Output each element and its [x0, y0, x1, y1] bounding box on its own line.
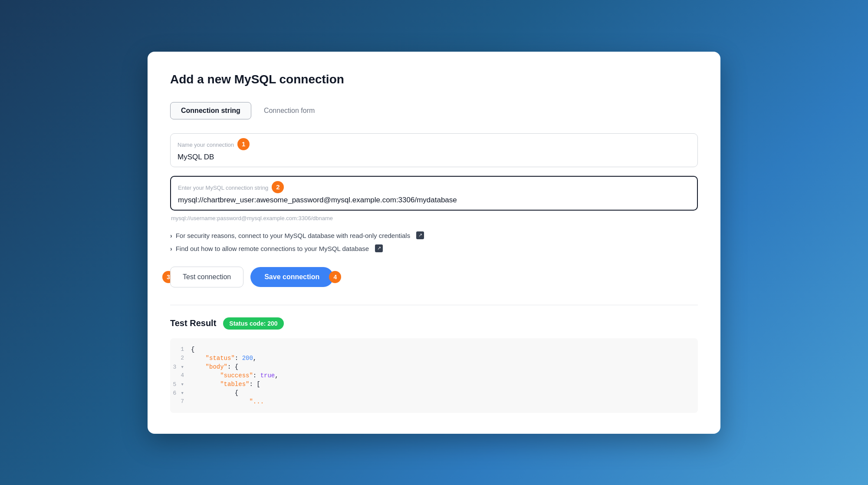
line-content-3: "body": {: [191, 363, 238, 370]
line-content-6: {: [191, 389, 238, 396]
code-line-5: 5 ▾ "tables": [: [170, 380, 698, 389]
main-modal: Add a new MySQL connection Connection st…: [148, 52, 720, 434]
code-line-4: 4 "success": true,: [170, 371, 698, 380]
conn-input-field[interactable]: [178, 196, 690, 205]
step-badge-1: 1: [237, 138, 250, 150]
code-block: 1 { 2 "status": 200, 3 ▾ "body": { 4 "su…: [170, 338, 698, 413]
code-line-3: 3 ▾ "body": {: [170, 363, 698, 371]
accordion-item-2[interactable]: › Find out how to allow remote connectio…: [170, 245, 698, 253]
step-badge-4: 4: [329, 271, 341, 283]
line-content-5: "tables": [: [191, 381, 260, 388]
conn-input-hint: mysql://username:password@mysql.example.…: [170, 215, 698, 221]
line-number-4: 4: [170, 372, 191, 379]
external-link-icon-2: [375, 244, 383, 252]
status-badge: Status code: 200: [223, 317, 283, 330]
line-number-5: 5 ▾: [170, 381, 191, 388]
tab-connection-form[interactable]: Connection form: [253, 102, 326, 119]
chevron-icon-1: ›: [170, 232, 172, 239]
line-content-1: {: [191, 346, 194, 353]
name-input-wrapper: Name your connection 1: [170, 133, 698, 167]
step-badge-2: 2: [272, 181, 284, 193]
chevron-icon-2: ›: [170, 245, 172, 252]
code-line-7: 7 "...: [170, 397, 698, 406]
name-input-field[interactable]: [178, 153, 690, 162]
line-content-2: "status": 200,: [191, 355, 256, 362]
line-number-1: 1: [170, 346, 191, 353]
tab-connection-string[interactable]: Connection string: [170, 102, 251, 119]
line-number-2: 2: [170, 355, 191, 362]
line-content-4: "success": true,: [191, 372, 279, 379]
modal-title: Add a new MySQL connection: [170, 73, 698, 86]
external-link-icon-1: [416, 231, 424, 239]
code-line-6: 6 ▾ {: [170, 389, 698, 397]
conn-input-wrapper: Enter your MySQL connection string 2: [170, 176, 698, 211]
conn-input-label: Enter your MySQL connection string 2: [178, 182, 690, 194]
divider: [170, 305, 698, 305]
accordion-text-1: For security reasons, connect to your My…: [176, 232, 411, 239]
accordion-text-2: Find out how to allow remote connections…: [176, 245, 369, 252]
test-result-label: Test Result: [170, 318, 216, 328]
line-number-7: 7: [170, 398, 191, 405]
line-number-6: 6 ▾: [170, 389, 191, 396]
save-connection-button[interactable]: Save connection: [250, 267, 333, 287]
name-input-label: Name your connection 1: [178, 139, 690, 151]
buttons-row: 3 Test connection Save connection 4: [170, 267, 698, 287]
code-line-1: 1 {: [170, 345, 698, 354]
test-result-row: Test Result Status code: 200: [170, 317, 698, 330]
tab-bar: Connection string Connection form: [170, 102, 698, 119]
code-line-2: 2 "status": 200,: [170, 354, 698, 363]
accordion-item-1[interactable]: › For security reasons, connect to your …: [170, 232, 698, 240]
line-number-3: 3 ▾: [170, 363, 191, 370]
test-connection-button[interactable]: Test connection: [170, 267, 243, 287]
line-content-7: "...: [191, 398, 264, 405]
